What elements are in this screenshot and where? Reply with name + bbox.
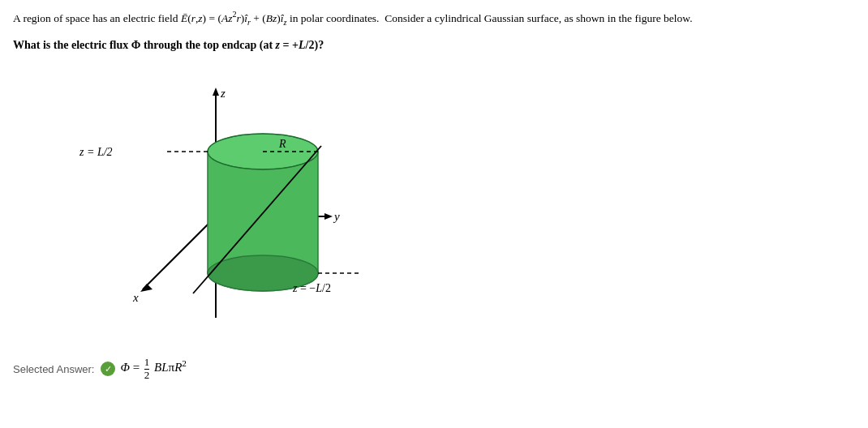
svg-line-6 xyxy=(143,216,216,289)
check-icon: ✓ xyxy=(101,362,115,376)
selected-answer-label: Selected Answer: xyxy=(13,363,94,375)
svg-text:z: z xyxy=(220,87,226,100)
problem-intro: A region of space has an electric field … xyxy=(13,8,855,28)
svg-text:z = −L/2: z = −L/2 xyxy=(292,282,331,294)
svg-text:R: R xyxy=(278,138,286,150)
cylinder-diagram: z y x R z = L/2 z = −L/ xyxy=(62,66,370,342)
question-text: What is the electric flux Φ through the … xyxy=(13,39,855,52)
answer-formula: Φ = 1 2 BLπR2 xyxy=(120,357,187,381)
selected-answer-row: Selected Answer: ✓ Φ = 1 2 BLπR2 xyxy=(13,357,855,381)
svg-text:y: y xyxy=(333,210,340,223)
svg-marker-1 xyxy=(213,88,219,96)
svg-marker-4 xyxy=(324,213,333,220)
svg-text:z = L/2: z = L/2 xyxy=(79,146,113,158)
svg-marker-7 xyxy=(140,284,153,292)
svg-text:x: x xyxy=(132,291,139,304)
figure-area: z y x R z = L/2 z = −L/ xyxy=(62,66,855,342)
